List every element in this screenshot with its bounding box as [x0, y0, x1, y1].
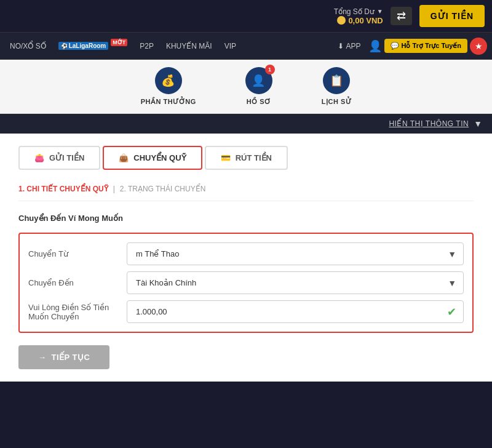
nav-bar: NO/XỔ SỐ ⚽ LaLigaRoom MỚT P2P KHUYẾN MÃI… [0, 33, 492, 60]
step-2[interactable]: 2. TRẠNG THÁI CHUYỂN [120, 185, 206, 193]
support-button[interactable]: 💬 Hỗ Trợ Trực Tuyến [384, 39, 467, 53]
tab-phan-thuong[interactable]: 💰 PHẦN THƯỞNG [141, 67, 196, 106]
label-so-tien: Vui Lòng Điền Số Tiền Muốn Chuyển [28, 303, 127, 321]
app-label: APP [346, 42, 361, 50]
balance-title: Tổng Số Dư ▼ [334, 7, 383, 16]
tab-gui-tien[interactable]: 👛 GỬI TIỀN [18, 146, 100, 170]
tab-lich-su[interactable]: 📋 LỊCH SỬ [322, 67, 352, 106]
phan-thuong-icon: 💰 [161, 74, 175, 87]
chuyen-quy-tab-icon: 👜 [119, 153, 129, 162]
form-group-so-tien: Vui Lòng Điền Số Tiền Muốn Chuyển ✔ [28, 300, 464, 323]
gui-tien-tab-label: GỬI TIỀN [49, 153, 84, 162]
step-divider: | [113, 185, 115, 193]
download-icon: ⬇ [338, 42, 344, 50]
laliga-label: LaLigaRoom [69, 42, 106, 49]
nav-item-laliga[interactable]: ⚽ LaLigaRoom MỚT [54, 39, 133, 52]
balance-amount: 0,00 VND [337, 16, 383, 25]
laliga-icon: ⚽ [61, 43, 68, 49]
tab-ho-so[interactable]: 👤 1 HỒ SƠ [245, 67, 272, 106]
select-chuyen-tu-wrap: m Thể Thao Tài Khoản Chính ▼ [127, 242, 464, 265]
ho-so-icon: 👤 [252, 74, 266, 87]
ho-so-label: HỒ SƠ [247, 98, 271, 106]
top-bar: Tổng Số Dư ▼ 0,00 VND ⇄ GỬI TIỀN [0, 0, 492, 33]
nav-item-vip[interactable]: VIP [220, 39, 241, 53]
balance-area: Tổng Số Dư ▼ 0,00 VND [334, 7, 383, 25]
steps-bar: 1. CHI TIẾT CHUYỂN QUỸ | 2. TRẠNG THÁI C… [18, 185, 474, 201]
user-icon-nav: 👤 [368, 39, 382, 53]
balance-value: 0,00 VND [348, 16, 383, 25]
info-bar-label[interactable]: HIỂN THỊ THÔNG TIN [389, 119, 469, 128]
nav-item-p2p[interactable]: P2P [135, 39, 159, 53]
info-bar: HIỂN THỊ THÔNG TIN ▼ [0, 114, 492, 134]
gui-tien-top-button[interactable]: GỬI TIỀN [419, 5, 485, 27]
chevron-down-icon: ▼ [474, 119, 482, 129]
balance-label: Tổng Số Dư [334, 7, 375, 16]
star-icon: ★ [475, 41, 483, 51]
mot-badge: MỚT [111, 39, 127, 46]
action-tabs: 👛 GỬI TIỀN 👜 CHUYỂN QUỸ 💳 RÚT TIỀN [18, 146, 474, 170]
arrow-icon: → [38, 353, 47, 362]
transfer-icon-button[interactable]: ⇄ [391, 7, 412, 25]
dropdown-icon: ▼ [377, 8, 383, 15]
rut-tien-tab-label: RÚT TIỀN [236, 153, 272, 162]
form-group-chuyen-den: Chuyển Đến Tài Khoản Chính m Thể Thao ▼ [28, 271, 464, 294]
continue-btn-wrap: → TIẾP TỤC [18, 345, 474, 369]
form-highlight-box: Chuyển Từ m Thể Thao Tài Khoản Chính ▼ C… [18, 233, 474, 333]
lich-su-icon-circle: 📋 [323, 67, 350, 94]
chat-icon: 💬 [391, 42, 399, 50]
icon-tabs-bar: 💰 PHẦN THƯỞNG 👤 1 HỒ SƠ 📋 LỊCH SỬ [0, 60, 492, 114]
checkmark-icon: ✔ [447, 305, 456, 319]
nav-item-noxoso[interactable]: NO/XỔ SỐ [5, 39, 51, 53]
chuyen-quy-tab-label: CHUYỂN QUỸ [133, 153, 186, 162]
phan-thuong-icon-circle: 💰 [155, 67, 182, 94]
ho-so-badge: 1 [265, 65, 275, 74]
nav-label-khuyen-mai: KHUYẾN MÃI [166, 42, 212, 50]
tab-rut-tien[interactable]: 💳 RÚT TIỀN [205, 146, 288, 170]
label-chuyen-den: Chuyển Đến [28, 278, 127, 287]
star-button[interactable]: ★ [470, 38, 487, 55]
input-so-tien[interactable] [127, 300, 464, 323]
select-chuyen-den-wrap: Tài Khoản Chính m Thể Thao ▼ [127, 271, 464, 294]
laliga-badge: ⚽ LaLigaRoom [58, 42, 109, 50]
ho-so-icon-circle: 👤 1 [245, 67, 272, 94]
app-button[interactable]: ⬇ APP [333, 39, 366, 53]
coin-icon [337, 16, 346, 25]
select-chuyen-den[interactable]: Tài Khoản Chính m Thể Thao [127, 271, 464, 294]
nav-item-khuyen-mai[interactable]: KHUYẾN MÃI [161, 39, 217, 53]
lich-su-icon: 📋 [330, 74, 344, 87]
form-group-chuyen-tu: Chuyển Từ m Thể Thao Tài Khoản Chính ▼ [28, 242, 464, 265]
nav-label-p2p: P2P [140, 42, 154, 50]
nav-label-vip: VIP [224, 42, 236, 50]
continue-label: TIẾP TỤC [52, 353, 90, 362]
support-label: Hỗ Trợ Trực Tuyến [402, 42, 461, 50]
step-1[interactable]: 1. CHI TIẾT CHUYỂN QUỸ [18, 185, 108, 193]
continue-button[interactable]: → TIẾP TỤC [18, 345, 109, 369]
gui-tien-tab-icon: 👛 [34, 153, 44, 162]
tab-chuyen-quy[interactable]: 👜 CHUYỂN QUỸ [103, 146, 202, 170]
phan-thuong-label: PHẦN THƯỞNG [141, 98, 196, 106]
label-chuyen-tu: Chuyển Từ [28, 249, 127, 258]
section-title: Chuyển Đến Ví Mong Muốn [18, 214, 474, 223]
nav-label-noxoso: NO/XỔ SỐ [10, 42, 46, 50]
select-chuyen-tu[interactable]: m Thể Thao Tài Khoản Chính [127, 242, 464, 265]
rut-tien-tab-icon: 💳 [221, 153, 231, 162]
main-content: 👛 GỬI TIỀN 👜 CHUYỂN QUỸ 💳 RÚT TIỀN 1. CH… [0, 134, 492, 382]
lich-su-label: LỊCH SỬ [322, 98, 352, 106]
input-so-tien-wrap: ✔ [127, 300, 464, 323]
